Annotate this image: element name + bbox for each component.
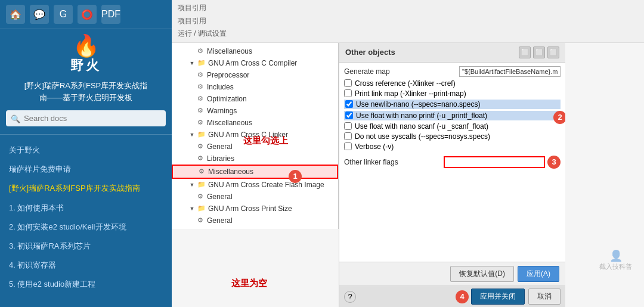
generate-map-label: Generate map <box>344 67 459 76</box>
gear-icon-preprocessor: ⚙ <box>196 70 205 80</box>
help-button[interactable]: ? <box>344 291 356 303</box>
breadcrumb-item2: 项目引用 <box>178 15 638 28</box>
checkbox-print-link-map-input[interactable] <box>344 89 352 97</box>
sidebar: 🏠 💬 G ⭕ PDF 🔥 野火 [野火]瑞萨RA系列FSP库开发实战指 南——… <box>0 0 172 307</box>
checkbox-float-scanf: Use float with nano scanf (-u _scanf_flo… <box>344 122 561 131</box>
folder-icon-flash-image: 📁 <box>197 180 206 190</box>
tree-panel-container: ⚙ Miscellaneous ▼ 📁 GNU Arm Cross C Comp… <box>172 43 339 307</box>
header-icon-btn-1[interactable]: ⬜ <box>519 46 531 58</box>
arrow-c-linker: ▼ <box>188 131 196 138</box>
tree-item-c-compiler[interactable]: ▼ 📁 GNU Arm Cross C Compiler <box>172 57 338 69</box>
gear-icon-print-general: ⚙ <box>196 216 205 225</box>
folder-icon-print-size: 📁 <box>197 204 206 213</box>
bottom-bar: ? 4 应用并关闭 取消 <box>339 286 565 307</box>
flame-icon: 🔥 <box>73 35 100 57</box>
apply-close-button[interactable]: 应用并关闭 <box>471 289 525 305</box>
header-icon-btn-2[interactable]: ⬜ <box>533 46 545 58</box>
sidebar-item-about[interactable]: 关于野火 <box>0 141 172 160</box>
sidebar-nav: 关于野火 瑞萨样片免费申请 [野火]瑞萨RA系列FSP库开发实战指南 1. 如何… <box>0 138 172 307</box>
sidebar-item-1[interactable]: 1. 如何使用本书 <box>0 199 172 218</box>
badge-1: 1 <box>289 170 302 183</box>
checkbox-nosyscalls-label: Do not use syscalls (--specs=nosys.specs… <box>355 132 490 141</box>
badge-4: 4 <box>456 290 469 303</box>
gear-icon-optimization: ⚙ <box>196 94 205 104</box>
checkbox-newlib-nano-input[interactable] <box>345 100 353 108</box>
checkbox-newlib-nano: Use newlib-nano (--specs=nano.specs) <box>344 100 561 109</box>
sidebar-icon-bar: 🏠 💬 G ⭕ PDF <box>0 0 172 29</box>
folder-icon-c-linker: 📁 <box>197 130 206 139</box>
search-input[interactable] <box>6 110 166 126</box>
tree-item-flash-general[interactable]: ⚙ General <box>172 191 338 203</box>
gear-icon-linker-general: ⚙ <box>196 142 205 151</box>
right-panel-header-icons: ⬜ ⬜ ⬜ <box>519 46 559 58</box>
header-icon-btn-3[interactable]: ⬜ <box>547 46 559 58</box>
search-bar: 🔍 <box>6 110 166 126</box>
apply-button[interactable]: 应用(A) <box>518 266 559 282</box>
annotation-text-check: 这里勾选上 <box>243 135 288 147</box>
tree-item-misc1[interactable]: ⚙ Miscellaneous <box>172 45 338 57</box>
home-icon[interactable]: 🏠 <box>6 5 25 24</box>
checkbox-float-scanf-label: Use float with nano scanf (-u _scanf_flo… <box>355 122 488 131</box>
checkbox-print-link-map-label: Print link map (-Xlinker --print-map) <box>355 89 466 98</box>
sidebar-item-guide[interactable]: [野火]瑞萨RA系列FSP库开发实战指南 <box>0 179 172 198</box>
bottom-buttons-right: 4 应用并关闭 取消 <box>456 289 561 305</box>
logo-text: 野火 <box>70 57 101 75</box>
right-panel-body: Generate map Cross reference (-Xlinker -… <box>339 63 565 262</box>
tree-item-preprocessor[interactable]: ⚙ Preprocessor <box>172 69 338 81</box>
sidebar-item-5[interactable]: 5. 使用e2 studio新建工程 <box>0 275 172 294</box>
checkbox-cross-ref-label: Cross reference (-Xlinker --cref) <box>355 79 456 88</box>
sidebar-title: [野火]瑞萨RA系列FSP库开发实战指 南——基于野火启明开发板 <box>0 77 172 106</box>
gear-icon-warnings: ⚙ <box>196 106 205 116</box>
checkbox-cross-ref-input[interactable] <box>344 79 352 87</box>
tree-item-misc2[interactable]: ⚙ Miscellaneous <box>172 117 338 129</box>
checkbox-float-printf: Use float with nano printf (-u _printf_f… <box>344 111 561 120</box>
sidebar-item-4[interactable]: 4. 初识寄存器 <box>0 256 172 275</box>
bottom-buttons: 恢复默认值(D) 应用(A) <box>339 262 565 286</box>
tree-item-includes[interactable]: ⚙ Includes <box>172 81 338 93</box>
github-icon[interactable]: ⭕ <box>78 5 97 24</box>
gear-icon-misc1: ⚙ <box>196 46 205 56</box>
checkbox-float-printf-label: Use float with nano printf (-u _printf_f… <box>356 111 487 120</box>
tree-item-flash-image[interactable]: ▼ 📁 GNU Arm Cross Create Flash Image <box>172 179 338 191</box>
gear-icon-libraries: ⚙ <box>196 154 205 163</box>
generate-map-input[interactable] <box>459 66 561 77</box>
folder-icon-c-compiler: 📁 <box>197 58 206 68</box>
git-icon[interactable]: G <box>54 5 73 24</box>
search-icon: 🔍 <box>11 114 20 123</box>
other-linker-flags-label: Other linker flags <box>344 158 444 166</box>
right-panel: Other objects ⬜ ⬜ ⬜ Generate map Cross r… <box>339 43 565 307</box>
other-linker-flags-input[interactable] <box>444 156 545 168</box>
sidebar-logo: 🔥 野火 <box>0 29 172 77</box>
arrow-print-size: ▼ <box>188 205 196 212</box>
sidebar-item-3[interactable]: 3. 初识瑞萨RA系列芯片 <box>0 237 172 256</box>
breadcrumb-item1: 项目引用 <box>178 2 638 15</box>
sidebar-item-sample[interactable]: 瑞萨样片免费申请 <box>0 160 172 179</box>
badge-3: 3 <box>547 156 561 169</box>
chat-icon[interactable]: 💬 <box>30 5 49 24</box>
checkbox-verbose-label: Verbose (-v) <box>355 142 394 151</box>
tree-item-warnings[interactable]: ⚙ Warnings <box>172 105 338 117</box>
checkbox-nosyscalls-input[interactable] <box>344 132 352 140</box>
tree-item-libraries[interactable]: ⚙ Libraries <box>172 153 338 165</box>
sidebar-divider <box>0 134 172 135</box>
tree-item-optimization[interactable]: ⚙ Optimization <box>172 93 338 105</box>
right-panel-title: Other objects <box>345 48 395 57</box>
checkbox-float-scanf-input[interactable] <box>344 122 352 130</box>
gear-icon-misc2: ⚙ <box>196 118 205 128</box>
tree-item-misc-linker[interactable]: ⚙ Miscellaneous <box>172 165 338 179</box>
checkbox-float-printf-input[interactable] <box>345 111 353 119</box>
tree-item-print-size[interactable]: ▼ 📁 GNU Arm Cross Print Size <box>172 203 338 215</box>
checkbox-nosyscalls: Do not use syscalls (--specs=nosys.specs… <box>344 132 561 141</box>
tree-item-print-general[interactable]: ⚙ General <box>172 215 338 227</box>
pdf-icon[interactable]: PDF <box>101 5 120 24</box>
gear-icon-misc-linker: ⚙ <box>197 167 206 176</box>
checkbox-verbose-input[interactable] <box>344 142 352 150</box>
cancel-button[interactable]: 取消 <box>528 289 561 305</box>
sidebar-item-2[interactable]: 2. 如何安装e2 studio/Keil开发环境 <box>0 218 172 237</box>
checkbox-verbose: Verbose (-v) <box>344 142 561 151</box>
main-content: 项目引用 项目引用 运行 / 调试设置 ⚙ Miscellaneous ▼ 📁 … <box>172 0 644 307</box>
gear-icon-includes: ⚙ <box>196 82 205 92</box>
arrow-c-compiler: ▼ <box>188 60 196 67</box>
breadcrumb-item3: 运行 / 调试设置 <box>178 27 638 41</box>
restore-defaults-button[interactable]: 恢复默认值(D) <box>450 266 514 282</box>
